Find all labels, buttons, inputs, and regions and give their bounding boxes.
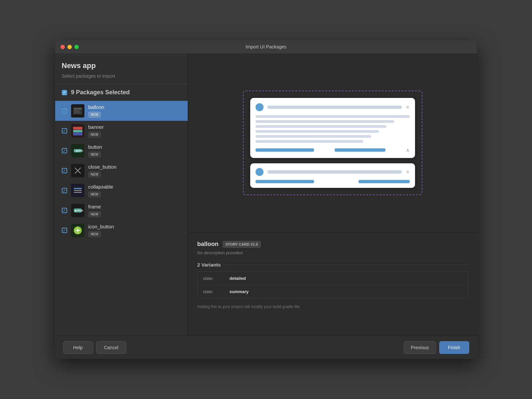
package-info-icon-button: icon_button NEW <box>88 224 181 237</box>
story-card-badge: STORY CARD V1.0 <box>223 241 261 248</box>
card-title-bar-summary <box>267 170 402 174</box>
card-close-icon[interactable]: ✕ <box>406 105 410 110</box>
card-header-detailed: ✕ <box>256 103 410 111</box>
card-avatar-summary <box>256 168 264 176</box>
card-footer-detailed: ∧ <box>256 147 410 153</box>
package-info-button: button NEW <box>88 144 181 157</box>
new-badge-collapsable: NEW <box>88 192 101 197</box>
package-info-close-button: close_button NEW <box>88 164 181 177</box>
variants-table: state: detailed state: summary <box>197 272 468 298</box>
select-all-checkbox[interactable]: ✓ <box>62 90 67 95</box>
package-name-frame: frame <box>88 204 181 209</box>
content-area: News app Select packages to import ✓ 9 P… <box>55 53 477 336</box>
window-title: Import UI Packages <box>246 44 286 49</box>
variant-value-detailed: detailed <box>230 276 246 281</box>
preview-card-detailed: ✕ ∧ <box>250 98 415 158</box>
main-panel: ✕ ∧ <box>188 53 477 336</box>
package-info-collapsable: collapsable NEW <box>88 184 181 197</box>
help-button[interactable]: Help <box>63 341 93 354</box>
detail-note: Adding this to your project will modify … <box>197 304 468 309</box>
package-name-close-button: close_button <box>88 164 181 170</box>
package-checkbox-collapsable[interactable]: ✓ <box>62 188 67 193</box>
previous-button[interactable]: Previous <box>404 341 436 354</box>
package-icon-collapsable <box>71 184 84 197</box>
finish-button[interactable]: Finish <box>439 341 469 354</box>
card-action-btn-1 <box>256 148 314 152</box>
preview-card-summary: ✕ <box>250 163 415 188</box>
minimize-button[interactable] <box>67 45 72 49</box>
close-button[interactable] <box>60 45 65 49</box>
check-icon: ✓ <box>63 149 66 153</box>
card-line-1 <box>256 115 410 118</box>
preview-container: ✕ ∧ <box>243 91 422 195</box>
variant-row-detailed: state: detailed <box>198 272 468 285</box>
new-badge-frame: NEW <box>88 211 101 217</box>
package-checkbox-frame[interactable]: ✓ <box>62 208 67 213</box>
title-bar: Import UI Packages <box>55 40 477 53</box>
package-icon-close-button <box>71 164 84 177</box>
package-checkbox-banner[interactable]: ✓ <box>62 128 67 133</box>
card-title-bar <box>267 106 402 109</box>
package-icon-balloon <box>71 104 84 118</box>
new-badge-banner: NEW <box>88 132 101 137</box>
cancel-button[interactable]: Cancel <box>96 341 126 354</box>
package-checkbox-icon-button[interactable]: ✓ <box>62 228 67 233</box>
new-badge-icon-button: NEW <box>88 231 101 237</box>
package-list: ✓ balloon NEW <box>55 101 188 336</box>
package-item-banner[interactable]: ✓ banner NEW <box>55 121 188 141</box>
package-info-banner: banner NEW <box>88 124 181 137</box>
package-item-icon-button[interactable]: ✓ icon_button NEW <box>55 220 188 240</box>
svg-rect-6 <box>73 130 82 132</box>
card-action-btn-summary-1 <box>256 180 314 183</box>
new-badge-balloon: NEW <box>88 112 101 118</box>
card-line-4 <box>256 130 379 133</box>
package-info-frame: frame NEW <box>88 204 181 217</box>
card-avatar <box>256 103 264 111</box>
package-checkbox-balloon[interactable]: ✓ <box>62 108 67 114</box>
detail-description: No description provided <box>197 250 468 255</box>
svg-rect-12 <box>74 188 82 189</box>
package-item-button[interactable]: ✓ BUTTON button NEW <box>55 141 188 161</box>
check-icon: ✓ <box>63 208 66 213</box>
package-icon-banner <box>71 124 84 137</box>
package-checkbox-close-button[interactable]: ✓ <box>62 168 67 173</box>
preview-area: ✕ ∧ <box>188 53 477 233</box>
svg-text:BUTTON: BUTTON <box>76 150 83 152</box>
card-action-btn-2 <box>335 148 385 152</box>
card-line-6 <box>256 140 364 143</box>
package-info-balloon: balloon NEW <box>88 104 181 118</box>
check-icon: ✓ <box>63 90 66 95</box>
package-item-balloon[interactable]: ✓ balloon NEW <box>55 101 188 121</box>
bottom-left-buttons: Help Cancel <box>63 341 126 354</box>
card-footer-summary <box>256 180 410 183</box>
variant-value-summary: summary <box>230 289 249 294</box>
maximize-button[interactable] <box>74 45 79 49</box>
detail-package-name: balloon <box>197 241 219 248</box>
variants-header: 2 Variants <box>197 262 468 268</box>
svg-rect-13 <box>74 190 82 191</box>
bottom-right-buttons: Previous Finish <box>404 341 469 354</box>
sidebar-subtitle: Select packages to import <box>62 73 181 79</box>
new-badge-close-button: NEW <box>88 172 101 177</box>
package-item-close-button[interactable]: ✓ close_button NEW <box>55 161 188 181</box>
svg-rect-2 <box>74 110 80 111</box>
package-icon-icon-button <box>71 224 84 237</box>
card-chevron-icon: ∧ <box>406 147 409 153</box>
check-icon: ✓ <box>63 109 66 113</box>
package-checkbox-button[interactable]: ✓ <box>62 148 67 153</box>
variant-row-summary: state: summary <box>198 285 468 298</box>
package-name-balloon: balloon <box>88 104 181 110</box>
card-header-summary: ✕ <box>256 168 410 176</box>
package-item-collapsable[interactable]: ✓ collapsable NEW <box>55 181 188 200</box>
svg-text:▶ PLAY: ▶ PLAY <box>75 209 83 212</box>
card-close-icon-summary[interactable]: ✕ <box>406 169 410 175</box>
check-icon: ✓ <box>63 129 66 133</box>
package-item-frame[interactable]: ✓ ▶ PLAY frame NEW <box>55 200 188 220</box>
svg-rect-7 <box>73 133 82 135</box>
check-icon: ✓ <box>63 189 66 193</box>
sidebar-header: News app Select packages to import <box>55 53 188 84</box>
detail-area: balloon STORY CARD V1.0 No description p… <box>188 233 477 336</box>
select-all-row[interactable]: ✓ 9 Packages Selected <box>55 84 188 101</box>
detail-title-row: balloon STORY CARD V1.0 <box>197 241 468 248</box>
card-action-btn-summary-2 <box>359 180 409 183</box>
